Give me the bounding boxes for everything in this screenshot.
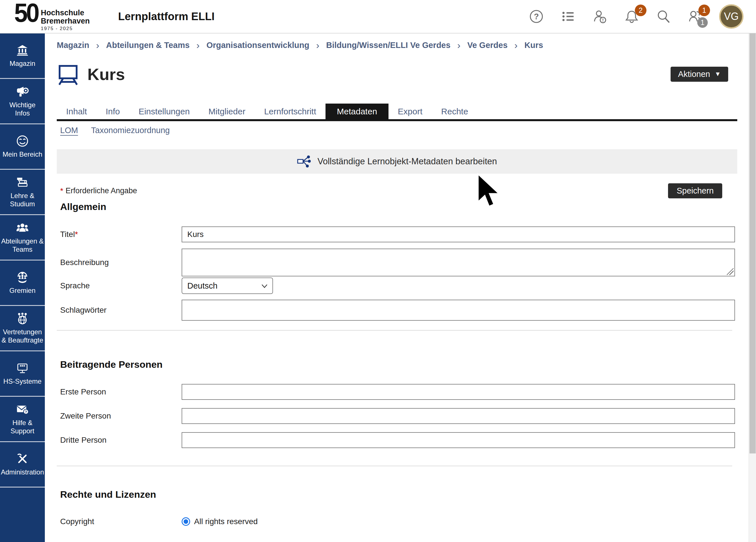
list-icon[interactable] (560, 9, 576, 24)
beschreibung-label: Beschreibung (60, 258, 182, 267)
titel-label: Titel* (60, 230, 182, 239)
sidebar-item-wichtige-infos[interactable]: Wichtige Infos (0, 79, 45, 124)
smiley-icon (16, 135, 29, 148)
required-asterisk: * (75, 230, 78, 239)
online-status-icon[interactable]: ! (592, 9, 608, 24)
contacts-icon[interactable]: 1 1 (687, 9, 703, 24)
tab-bar: Inhalt Info Einstellungen Mitglieder Ler… (57, 104, 737, 121)
breadcrumb: Magazin › Abteilungen & Teams › Organisa… (57, 33, 737, 51)
notifications-badge: 2 (635, 5, 646, 16)
main-sidebar: Magazin Wichtige Infos Mein Bereich Lehr… (0, 33, 45, 542)
chevron-right-icon: › (515, 40, 518, 51)
subtab-bar: LOM Taxonomiezuordnung (60, 126, 737, 135)
breadcrumb-item[interactable]: Organisationsentwicklung (206, 41, 309, 50)
section-heading-allgemein: Allgemein (57, 201, 737, 212)
breadcrumb-item[interactable]: Bildung/Wissen/ELLI Ve Gerdes (326, 41, 450, 50)
notifications-icon[interactable]: 2 (624, 9, 640, 24)
sprache-label: Sprache (60, 281, 182, 290)
sidebar-item-administration[interactable]: Administration (0, 442, 45, 488)
tab-einstellungen[interactable]: Einstellungen (129, 104, 199, 119)
section-divider (57, 330, 732, 331)
tools-icon (16, 452, 29, 465)
sidebar-item-hs-systeme[interactable]: *** HS-Systeme (0, 351, 45, 397)
dritte-person-label: Dritte Person (60, 436, 182, 445)
section-heading-beitragende: Beitragende Personen (57, 359, 737, 370)
mail-question-icon: ? (16, 403, 29, 416)
main-content: Magazin › Abteilungen & Teams › Organisa… (45, 33, 749, 542)
search-icon[interactable] (656, 9, 671, 24)
copyright-option-label: All rights reserved (194, 517, 258, 526)
app-title: Lernplattform ELLI (118, 10, 215, 23)
tab-lernfortschritt[interactable]: Lernfortschritt (255, 104, 325, 119)
logo-institution-line1: Hochschule (41, 9, 90, 17)
sidebar-item-abteilungen-teams[interactable]: Abteilungen & Teams (0, 215, 45, 261)
required-asterisk: * (60, 186, 63, 196)
logo-50: 50 (14, 1, 38, 26)
sidebar-item-lehre-studium[interactable]: Lehre & Studium (0, 170, 45, 215)
tab-export[interactable]: Export (389, 104, 432, 119)
section-heading-rechte: Rechte und Lizenzen (57, 489, 737, 500)
chevron-right-icon: › (457, 40, 460, 51)
scrollbar-thumb[interactable] (749, 33, 756, 453)
section-divider (57, 466, 732, 466)
subtab-lom[interactable]: LOM (60, 126, 78, 135)
course-easel-icon (57, 63, 79, 85)
breadcrumb-item[interactable]: Magazin (57, 41, 89, 50)
tab-info[interactable]: Info (96, 104, 129, 119)
actions-button[interactable]: Aktionen ▼ (671, 67, 728, 82)
vertical-scrollbar (749, 33, 756, 542)
user-avatar[interactable]: VG (719, 4, 744, 29)
dritte-person-input[interactable] (182, 432, 735, 448)
sidebar-item-gremien[interactable]: Gremien (0, 261, 45, 306)
erste-person-label: Erste Person (60, 387, 182, 396)
copyright-radio-selected[interactable] (182, 517, 190, 526)
people-icon (16, 221, 29, 234)
sidebar-item-magazin[interactable]: Magazin (0, 33, 45, 79)
beschreibung-textarea[interactable] (182, 249, 735, 276)
sidebar-item-vertretungen[interactable]: Vertretungen & Beauftragte (0, 306, 45, 351)
erste-person-input[interactable] (182, 384, 735, 400)
sidebar-item-mein-bereich[interactable]: Mein Bereich (0, 124, 45, 170)
save-button[interactable]: Speichern (668, 183, 722, 198)
schlagwoerter-input[interactable] (182, 300, 735, 321)
university-logo[interactable]: 50 Hochschule Bremerhaven 1975 - 2025 (14, 1, 90, 31)
tab-metadaten[interactable]: Metadaten (325, 104, 389, 119)
page-root: 50 Hochschule Bremerhaven 1975 - 2025 Le… (0, 0, 756, 542)
monitor-icon: *** (16, 362, 29, 375)
books-icon (16, 176, 29, 189)
page-title: Kurs (87, 65, 125, 84)
schlagwoerter-label: Schlagwörter (60, 306, 182, 315)
breadcrumb-item[interactable]: Ve Gerdes (467, 41, 508, 50)
megaphone-icon (16, 85, 29, 98)
bank-icon (16, 44, 29, 57)
svg-text:***: *** (20, 364, 25, 369)
tab-mitglieder[interactable]: Mitglieder (199, 104, 255, 119)
logo-institution-line2: Bremerhaven (41, 17, 90, 25)
subtab-taxonomiezuordnung[interactable]: Taxonomiezuordnung (91, 126, 170, 135)
help-icon[interactable]: ? (528, 9, 544, 24)
caret-down-icon: ▼ (715, 70, 721, 78)
svg-text:?: ? (25, 410, 27, 414)
breadcrumb-item[interactable]: Abteilungen & Teams (106, 41, 190, 50)
top-header: 50 Hochschule Bremerhaven 1975 - 2025 Le… (0, 0, 756, 33)
banner-label: Vollständige Lernobjekt-Metadaten bearbe… (318, 156, 497, 167)
workflow-share-icon (297, 155, 311, 168)
contacts-badge-top: 1 (698, 5, 710, 16)
edit-full-metadata-banner[interactable]: Vollständige Lernobjekt-Metadaten bearbe… (57, 149, 737, 174)
required-note: Erforderliche Angabe (66, 186, 137, 195)
tab-rechte[interactable]: Rechte (432, 104, 478, 119)
copyright-label: Copyright (60, 517, 182, 526)
sidebar-item-hilfe-support[interactable]: ? Hilfe & Support (0, 397, 45, 442)
committee-icon (16, 271, 29, 284)
chevron-right-icon: › (196, 40, 199, 51)
breadcrumb-item[interactable]: Kurs (524, 41, 543, 50)
svg-text:!: ! (602, 17, 604, 23)
logo-anniversary: 1975 - 2025 (41, 26, 90, 31)
titel-input[interactable] (182, 226, 735, 242)
zweite-person-label: Zweite Person (60, 411, 182, 421)
chevron-down-icon (261, 283, 268, 289)
zweite-person-input[interactable] (182, 408, 735, 424)
globe-people-icon (16, 312, 29, 325)
sprache-select[interactable]: Deutsch (182, 278, 273, 294)
tab-inhalt[interactable]: Inhalt (57, 104, 96, 119)
